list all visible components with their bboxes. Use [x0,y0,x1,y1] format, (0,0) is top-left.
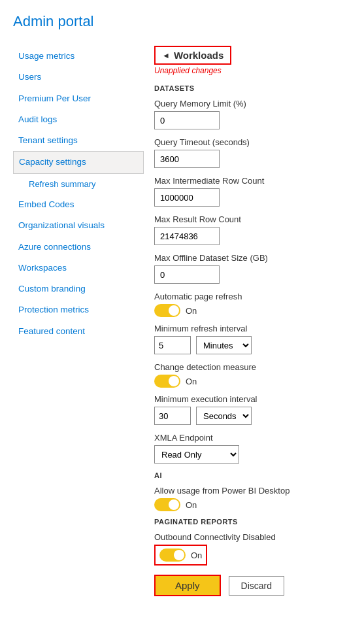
ai-toggle-row: On [154,498,354,511]
content-area: ◄ Workloads Unapplied changes DATASETS Q… [144,46,364,609]
xmla-endpoint-group: Off Read Only Read Write [154,445,354,464]
min-refresh-interval-input[interactable] [154,336,191,354]
sidebar-item-custom-branding[interactable]: Custom branding [13,279,144,299]
datasets-section-label: DATASETS [154,84,354,92]
discard-button[interactable]: Discard [229,576,284,596]
max-intermediate-row-count-label: Max Intermediate Row Count [154,176,354,186]
sidebar-item-audit-logs[interactable]: Audit logs [13,109,144,130]
paginated-reports-section-label: PAGINATED REPORTS [154,518,354,526]
workloads-header[interactable]: ◄ Workloads [154,46,231,65]
query-timeout-label: Query Timeout (seconds) [154,137,354,147]
max-intermediate-row-count-group: Max Intermediate Row Count [154,176,354,207]
sidebar: Usage metrics Users Premium Per User Aud… [13,46,144,609]
xmla-endpoint-label: XMLA Endpoint [154,433,354,443]
sidebar-item-workspaces[interactable]: Workspaces [13,258,144,279]
max-result-row-count-group: Max Result Row Count [154,214,354,245]
ai-section: AI Allow usage from Power BI Desktop On [154,471,354,511]
app-title: Admin portal [13,13,364,30]
sidebar-item-capacity-settings[interactable]: Capacity settings [13,151,144,173]
bottom-actions: Apply Discard [154,575,354,596]
max-offline-dataset-size-group: Max Offline Dataset Size (GB) [154,253,354,284]
sidebar-item-users[interactable]: Users [13,67,144,88]
min-refresh-interval-label: Minimum refresh interval [154,324,354,333]
max-result-row-count-label: Max Result Row Count [154,214,354,224]
min-refresh-interval-unit-select[interactable]: Seconds Minutes Hours [196,336,252,354]
sidebar-item-premium-per-user[interactable]: Premium Per User [13,88,144,109]
workloads-collapse-arrow: ◄ [162,51,170,60]
min-execution-interval-row: Seconds Minutes Hours [154,407,354,425]
query-memory-limit-label: Query Memory Limit (%) [154,99,354,109]
sidebar-item-embed-codes[interactable]: Embed Codes [13,194,144,215]
auto-page-refresh-state: On [186,306,197,316]
paginated-reports-state: On [191,550,202,560]
auto-page-refresh-label: Automatic page refresh [154,292,354,301]
sidebar-item-tenant-settings[interactable]: Tenant settings [13,130,144,151]
ai-description-label: Allow usage from Power BI Desktop [154,486,354,496]
ai-state: On [186,500,197,510]
max-offline-dataset-size-label: Max Offline Dataset Size (GB) [154,253,354,263]
min-execution-interval-unit-select[interactable]: Seconds Minutes Hours [196,407,252,425]
max-offline-dataset-size-input[interactable] [154,265,220,284]
min-execution-interval-label: Minimum execution interval [154,394,354,404]
apply-button[interactable]: Apply [154,575,221,596]
paginated-reports-toggle[interactable] [159,549,186,562]
min-execution-interval-input[interactable] [154,407,191,425]
max-intermediate-row-count-input[interactable] [154,188,220,207]
change-detection-state: On [186,377,197,386]
sidebar-item-usage-metrics[interactable]: Usage metrics [13,46,144,67]
auto-page-refresh-toggle[interactable] [154,304,180,317]
paginated-reports-toggle-row: On [154,545,207,566]
min-refresh-interval-row: Seconds Minutes Hours [154,336,354,354]
sidebar-item-organizational-visuals[interactable]: Organizational visuals [13,215,144,236]
max-result-row-count-input[interactable] [154,227,220,245]
change-detection-toggle[interactable] [154,375,180,388]
query-timeout-input[interactable] [154,150,220,168]
unapplied-changes-label: Unapplied changes [154,66,354,75]
sidebar-item-refresh-summary[interactable]: Refresh summary [13,174,144,195]
query-timeout-group: Query Timeout (seconds) [154,137,354,168]
ai-toggle[interactable] [154,498,180,511]
paginated-reports-description: Outbound Connectivity Disabled [154,532,354,542]
auto-page-refresh-row: On [154,304,354,317]
change-detection-label: Change detection measure [154,362,354,372]
query-memory-limit-input[interactable] [154,111,220,129]
workloads-title: Workloads [174,50,223,61]
sidebar-item-protection-metrics[interactable]: Protection metrics [13,299,144,320]
change-detection-row: On [154,375,354,388]
sidebar-item-featured-content[interactable]: Featured content [13,321,144,342]
sidebar-item-azure-connections[interactable]: Azure connections [13,237,144,258]
query-memory-limit-group: Query Memory Limit (%) [154,99,354,129]
xmla-endpoint-select[interactable]: Off Read Only Read Write [154,445,239,464]
ai-section-label: AI [154,471,354,479]
